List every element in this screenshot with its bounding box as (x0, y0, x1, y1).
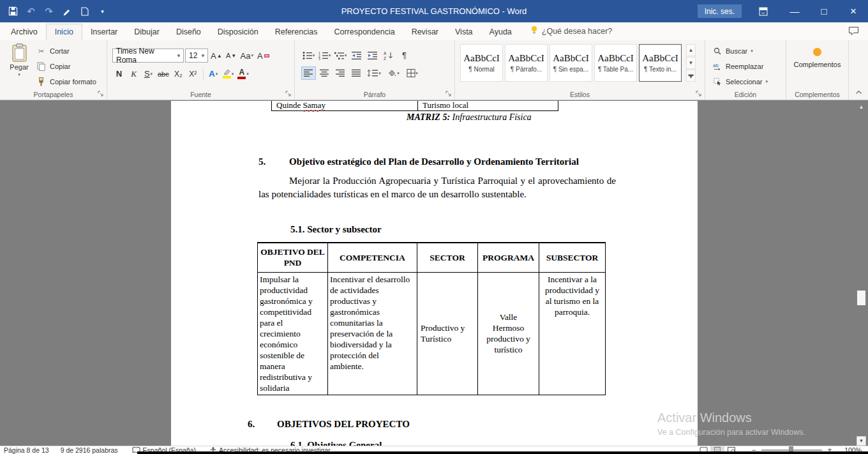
tab-insertar[interactable]: Insertar (82, 24, 126, 40)
tab-dibujar[interactable]: Dibujar (126, 24, 168, 40)
tab-archivo[interactable]: Archivo (3, 24, 46, 40)
paragraph-dialog-launcher[interactable] (445, 90, 453, 98)
tab-vista[interactable]: Vista (447, 24, 481, 40)
matrix-caption: MATRIZ 5: Infraestructura Física (407, 112, 532, 123)
ink-pen-icon[interactable] (59, 3, 75, 20)
paragraph-5: Mejorar la Producción Agropecuaria y Tur… (258, 174, 616, 201)
tell-me-label: ¿Qué desea hacer? (542, 27, 613, 36)
tab-inicio[interactable]: Inicio (46, 24, 82, 40)
tab-disposicion[interactable]: Disposición (209, 24, 267, 40)
save-icon[interactable] (5, 3, 21, 20)
paste-button[interactable]: Pegar ▾ (5, 43, 33, 88)
page-indicator[interactable]: Página 8 de 13 (4, 446, 49, 454)
table-header-programa: PROGRAMA (478, 243, 539, 272)
numbering-button[interactable]: 123▾ (317, 49, 332, 62)
table-cell-subsector: Incentivar a la productividad y al turis… (539, 272, 606, 395)
minimize-button[interactable]: — (780, 0, 809, 22)
tab-diseno[interactable]: Diseño (168, 24, 209, 40)
group-paragraph: ▾ 123▾ ▾ AZ ¶ (295, 40, 455, 100)
outdent-icon (352, 51, 362, 60)
styles-scroll-down-icon[interactable]: ▼ (686, 57, 696, 69)
borders-button[interactable]: ▾ (403, 66, 421, 80)
tab-referencias[interactable]: Referencias (267, 24, 326, 40)
font-size-combo[interactable]: 12 ▼ (185, 49, 208, 63)
tell-me-box[interactable]: ¿Qué desea hacer? (520, 22, 619, 40)
select-button[interactable]: Seleccionar ▾ (712, 75, 768, 88)
align-left-button[interactable] (301, 66, 316, 80)
scroll-up-icon[interactable]: ▲ (857, 102, 866, 112)
style-table-paragraph[interactable]: AaBbCcI ¶ Table Pa... (594, 44, 637, 82)
style-normal[interactable]: AaBbCcI ¶ Normal (460, 44, 503, 82)
superscript-button[interactable]: X² (186, 67, 200, 80)
align-right-button[interactable] (333, 66, 348, 80)
font-name-combo[interactable]: Times New Roma ▼ (112, 49, 184, 63)
clipboard-dialog-launcher[interactable] (97, 90, 105, 98)
close-button[interactable]: × (839, 0, 868, 22)
bold-button[interactable]: N (112, 67, 126, 80)
style-texto-independiente[interactable]: AaBbCcI ¶ Texto in... (639, 44, 682, 82)
sort-button[interactable]: AZ (381, 49, 396, 62)
cut-button[interactable]: ✂ Cortar (36, 45, 96, 57)
styles-group-label: Estilos (455, 91, 705, 98)
table-cell-objetivo: Impulsar la productividad gastronómica y… (258, 272, 328, 395)
scroll-down-icon[interactable]: ▼ (857, 436, 866, 446)
subscript-button[interactable]: X₂ (172, 67, 185, 80)
grow-font-button[interactable]: A▲ (209, 49, 223, 63)
show-formatting-marks-button[interactable]: ¶ (397, 49, 412, 62)
strikethrough-button[interactable]: abc (156, 67, 170, 80)
paste-dropdown-icon: ▾ (18, 72, 20, 77)
replace-button[interactable]: ab Reemplazar (712, 60, 768, 73)
shading-button[interactable]: ▾ (384, 66, 402, 80)
text-effects-button[interactable]: A▾ (207, 67, 220, 80)
comment-icon[interactable] (848, 26, 859, 38)
font-color-button[interactable]: A▾ (236, 67, 250, 80)
matrix-table-fragment: Quinde Samay Turismo local (271, 101, 558, 111)
copy-icon (36, 62, 47, 71)
table-cell-programa: Valle Hermoso productivo y turístico (478, 272, 539, 395)
addins-button[interactable]: Complementos (786, 48, 848, 68)
tab-revisar[interactable]: Revisar (403, 24, 447, 40)
align-center-button[interactable] (317, 66, 332, 80)
clear-formatting-button[interactable]: A (256, 49, 271, 63)
tab-correspondencia[interactable]: Correspondencia (326, 24, 403, 40)
find-button[interactable]: Buscar ▾ (712, 45, 768, 57)
tab-ayuda[interactable]: Ayuda (481, 24, 520, 40)
styles-scroll-up-icon[interactable]: ▲ (686, 44, 696, 56)
underline-button[interactable]: S▾ (142, 67, 155, 80)
vertical-scrollbar[interactable]: ▲ ▼ (856, 101, 867, 447)
scrollbar-thumb[interactable] (857, 291, 865, 305)
bullets-button[interactable]: ▾ (301, 49, 316, 62)
line-spacing-button[interactable]: ▾ (365, 66, 383, 80)
justify-icon (352, 69, 361, 77)
style-parrafo[interactable]: AaBbCcI ¶ Párrafo... (505, 44, 548, 82)
shrink-font-button[interactable]: A▼ (225, 49, 238, 63)
qat-customize-icon[interactable]: ▾ (94, 3, 110, 20)
format-painter-button[interactable]: Copiar formato (36, 75, 96, 88)
styles-more-icon[interactable]: ▬▼ (686, 70, 696, 82)
select-cursor-icon (712, 78, 722, 86)
decrease-indent-button[interactable] (349, 49, 364, 62)
sign-in-button[interactable]: Inic. ses. (698, 4, 742, 18)
copy-button[interactable]: Copiar (36, 60, 96, 73)
indent-icon (368, 51, 378, 60)
style-sin-espaciado[interactable]: AaBbCcI ¶ Sin espa... (550, 44, 592, 82)
maximize-button[interactable]: □ (809, 0, 839, 22)
justify-button[interactable] (349, 66, 364, 80)
paint-bucket-icon (387, 69, 397, 77)
ribbon-display-options-icon[interactable] (754, 4, 772, 19)
undo-icon[interactable]: ↶ (23, 3, 39, 20)
change-case-button[interactable]: Aa▾ (239, 49, 255, 63)
redo-icon[interactable]: ↷ (41, 3, 57, 20)
font-dialog-launcher[interactable] (285, 90, 292, 98)
italic-button[interactable]: K (127, 67, 140, 80)
increase-indent-button[interactable] (365, 49, 380, 62)
zoom-slider[interactable] (761, 450, 822, 451)
document-page[interactable]: Quinde Samay Turismo local MATRIZ 5: Inf… (171, 101, 698, 447)
collapse-ribbon-icon[interactable] (855, 86, 862, 97)
table-cell: Quinde Samay (271, 101, 418, 111)
highlight-color-button[interactable]: ▾ (221, 67, 236, 80)
new-document-icon[interactable] (77, 3, 93, 20)
word-count[interactable]: 9 de 2916 palabras (61, 446, 118, 454)
multilevel-list-button[interactable]: ▾ (333, 49, 348, 62)
styles-dialog-launcher[interactable] (695, 90, 703, 98)
